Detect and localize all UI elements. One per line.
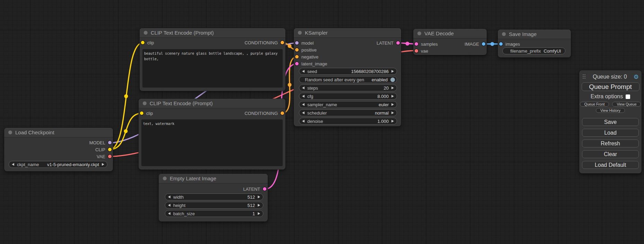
- scheduler-widget[interactable]: scheduler normal: [299, 109, 397, 116]
- ckpt-name-widget[interactable]: ckpt_name v1-5-pruned-emaonly.ckpt: [9, 161, 107, 168]
- port-latent-output[interactable]: [263, 187, 266, 191]
- increment-arrow-icon[interactable]: [258, 212, 260, 215]
- output-label: IMAGE: [465, 42, 479, 47]
- decrement-arrow-icon[interactable]: [168, 212, 170, 215]
- port-clip-output[interactable]: [108, 148, 112, 151]
- port-model-output[interactable]: [108, 141, 112, 144]
- node-vae-decode[interactable]: VAE Decode samples IMAGE vae: [413, 29, 487, 55]
- steps-widget[interactable]: steps 20: [299, 84, 397, 91]
- widget-value: ComfyUI: [544, 48, 561, 54]
- port-clip-input[interactable]: [140, 111, 143, 115]
- settings-gear-icon[interactable]: ⚙: [634, 74, 639, 80]
- node-clip-text-encode-positive[interactable]: CLIP Text Encode (Prompt) clip CONDITION…: [140, 28, 285, 91]
- queue-panel[interactable]: Queue size: 0 ⚙ Queue Prompt Extra optio…: [579, 70, 642, 173]
- port-latent-image-input[interactable]: [295, 62, 299, 65]
- collapse-dot-icon[interactable]: [417, 31, 421, 35]
- negative-prompt-textarea[interactable]: text, watermark: [141, 119, 283, 166]
- decrement-arrow-icon[interactable]: [302, 70, 305, 73]
- input-label: clip: [147, 40, 154, 45]
- port-negative-input[interactable]: [295, 55, 299, 58]
- extra-options-checkbox[interactable]: [626, 94, 630, 99]
- increment-arrow-icon[interactable]: [391, 103, 394, 106]
- filename-prefix-widget[interactable]: filename_prefix ComfyUI: [502, 47, 565, 54]
- seed-widget[interactable]: seed 156680208700286: [299, 68, 397, 75]
- load-default-button[interactable]: Load Default: [582, 161, 639, 169]
- decrement-arrow-icon[interactable]: [168, 196, 170, 198]
- increment-arrow-icon[interactable]: [391, 95, 394, 98]
- port-conditioning-output[interactable]: [281, 41, 284, 44]
- port-conditioning-output[interactable]: [281, 111, 284, 115]
- drag-handle-icon[interactable]: [583, 74, 586, 80]
- queue-prompt-button[interactable]: Queue Prompt: [582, 82, 639, 91]
- node-ksampler[interactable]: KSampler model LATENT positive negative …: [294, 28, 401, 126]
- collapse-dot-icon[interactable]: [143, 101, 147, 105]
- width-widget[interactable]: width 512: [165, 193, 263, 200]
- height-widget[interactable]: height 512: [165, 202, 263, 209]
- cfg-widget[interactable]: cfg 8.000: [299, 93, 397, 100]
- output-label: CLIP: [95, 147, 105, 152]
- node-save-image[interactable]: Save Image images filename_prefix ComfyU…: [498, 29, 571, 57]
- increment-arrow-icon[interactable]: [391, 120, 394, 123]
- node-empty-latent-image[interactable]: Empty Latent Image LATENT width 512 heig…: [159, 174, 268, 222]
- batch-size-widget[interactable]: batch_size 1: [165, 210, 263, 217]
- output-label: VAE: [97, 154, 105, 159]
- decrement-arrow-icon[interactable]: [302, 103, 305, 106]
- collapse-dot-icon[interactable]: [163, 177, 167, 180]
- port-vae-output[interactable]: [108, 155, 112, 158]
- input-label: positive: [301, 47, 317, 53]
- denoise-widget[interactable]: denoise 1.000: [299, 118, 397, 125]
- port-model-input[interactable]: [295, 41, 299, 45]
- node-title-bar[interactable]: Empty Latent Image: [159, 174, 268, 183]
- decrement-arrow-icon[interactable]: [302, 120, 305, 123]
- port-vae-input[interactable]: [415, 49, 418, 53]
- collapse-dot-icon[interactable]: [8, 130, 12, 134]
- input-label: negative: [301, 54, 318, 60]
- decrement-arrow-icon[interactable]: [168, 204, 170, 207]
- node-title-bar[interactable]: Load Checkpoint: [4, 128, 113, 137]
- increment-arrow-icon[interactable]: [391, 111, 394, 114]
- load-button[interactable]: Load: [582, 129, 639, 137]
- increment-arrow-icon[interactable]: [258, 204, 260, 207]
- port-images-input[interactable]: [499, 42, 503, 46]
- view-queue-button[interactable]: View Queue: [612, 102, 641, 107]
- sampler-name-widget[interactable]: sampler_name euler: [299, 101, 397, 108]
- decrement-arrow-icon[interactable]: [12, 163, 14, 166]
- increment-arrow-icon[interactable]: [391, 70, 394, 73]
- node-load-checkpoint[interactable]: Load Checkpoint MODEL CLIP VAE ckpt_name…: [4, 128, 113, 171]
- random-seed-toggle-widget[interactable]: Random seed after every gen enabled: [299, 76, 397, 83]
- decrement-arrow-icon[interactable]: [302, 111, 305, 114]
- decrement-arrow-icon[interactable]: [302, 87, 305, 89]
- node-title-bar[interactable]: VAE Decode: [413, 29, 487, 38]
- port-image-output[interactable]: [482, 42, 485, 46]
- increment-arrow-icon[interactable]: [258, 196, 260, 198]
- widget-label: filename_prefix: [510, 48, 541, 54]
- port-latent-output[interactable]: [396, 41, 400, 45]
- node-title-bar[interactable]: CLIP Text Encode (Prompt): [140, 28, 285, 38]
- node-clip-text-encode-negative[interactable]: CLIP Text Encode (Prompt) clip CONDITION…: [139, 99, 285, 170]
- refresh-button[interactable]: Refresh: [582, 139, 639, 147]
- node-title-bar[interactable]: CLIP Text Encode (Prompt): [139, 99, 285, 108]
- queue-front-button[interactable]: Queue Front: [580, 102, 609, 107]
- decrement-arrow-icon[interactable]: [302, 95, 305, 98]
- node-title-bar[interactable]: Save Image: [498, 29, 571, 39]
- node-title: CLIP Text Encode (Prompt): [150, 100, 213, 106]
- clear-button[interactable]: Clear: [582, 150, 639, 158]
- port-samples-input[interactable]: [415, 42, 418, 46]
- widget-value: 20: [384, 85, 389, 91]
- output-label: LATENT: [377, 40, 394, 46]
- save-button[interactable]: Save: [582, 118, 639, 126]
- input-label: vae: [421, 48, 428, 54]
- collapse-dot-icon[interactable]: [298, 31, 302, 35]
- increment-arrow-icon[interactable]: [102, 163, 104, 166]
- increment-arrow-icon[interactable]: [391, 87, 394, 89]
- comfyui-canvas[interactable]: { "colors": { "model": "#B39DDB", "clip"…: [0, 0, 644, 244]
- node-title-bar[interactable]: KSampler: [294, 28, 401, 38]
- collapse-dot-icon[interactable]: [144, 31, 148, 35]
- view-history-button[interactable]: View History: [596, 108, 625, 113]
- collapse-dot-icon[interactable]: [502, 32, 506, 36]
- port-clip-input[interactable]: [141, 41, 144, 44]
- port-positive-input[interactable]: [295, 48, 299, 52]
- widget-value: normal: [375, 110, 389, 116]
- positive-prompt-textarea[interactable]: beautiful scenery nature glass bottle la…: [142, 49, 283, 88]
- toggle-enabled-icon[interactable]: [390, 78, 395, 82]
